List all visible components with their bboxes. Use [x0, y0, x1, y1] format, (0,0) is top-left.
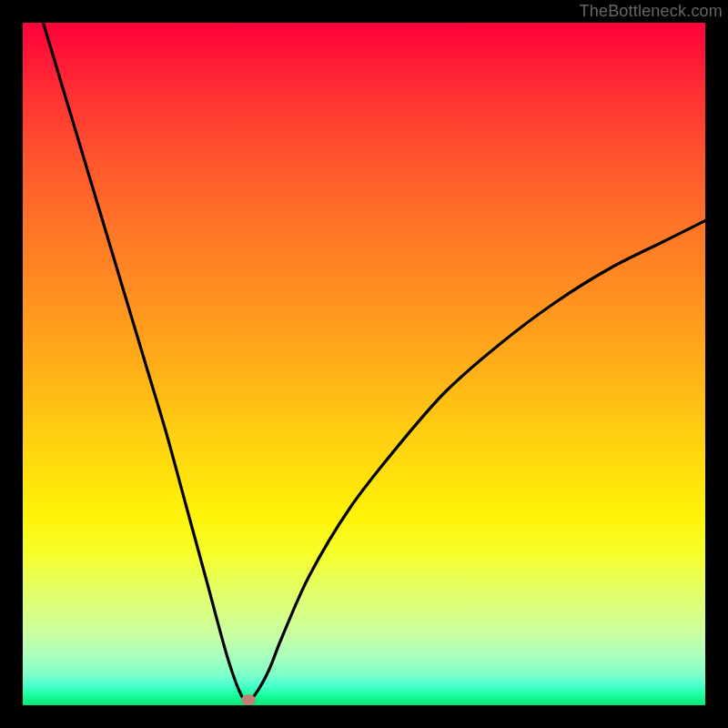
watermark-text: TheBottleneck.com	[580, 2, 723, 21]
chart-frame	[23, 23, 705, 705]
line-chart-svg	[23, 23, 705, 705]
bottleneck-curve-line	[44, 23, 706, 700]
optimum-marker-icon	[241, 694, 256, 705]
